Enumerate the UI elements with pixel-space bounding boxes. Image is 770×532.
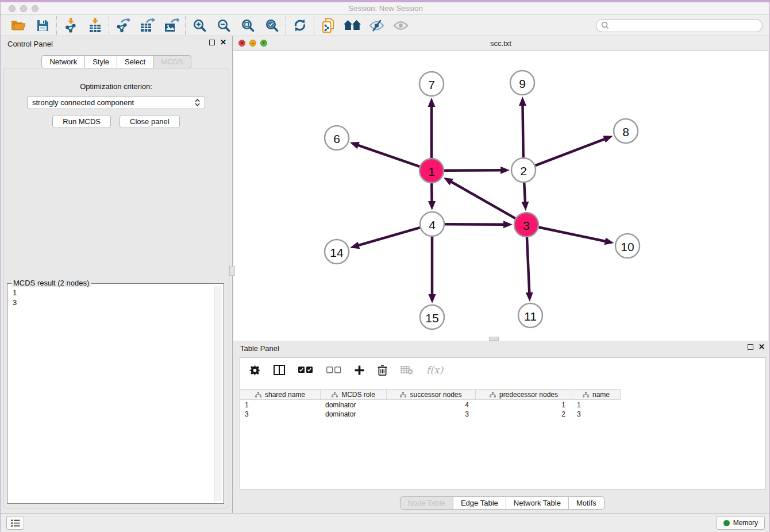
network-window-controls[interactable]: ✕–+ (238, 40, 267, 47)
control-panel-header: Control Panel (1, 36, 232, 51)
table-tab-node-table[interactable]: Node Table (399, 496, 453, 510)
column-header-predecessor-nodes[interactable]: predecessor nodes (476, 390, 572, 399)
edge-1-6[interactable] (357, 145, 419, 166)
table-tab-motifs[interactable]: Motifs (569, 496, 605, 510)
tab-mcds[interactable]: MCDS (153, 55, 191, 68)
close-panel-button[interactable]: Close panel (120, 115, 180, 128)
table-tab-network-table[interactable]: Network Table (506, 496, 569, 510)
edge-1-2[interactable] (444, 170, 502, 171)
hide-graphics-button[interactable] (364, 16, 388, 34)
search-field[interactable] (596, 19, 763, 32)
edge-2-3[interactable] (524, 183, 525, 203)
close-table-panel-icon[interactable]: ✕ (759, 344, 765, 350)
arrowhead-icon (428, 201, 436, 210)
maximize-view-icon[interactable]: + (260, 40, 267, 47)
titlebar: Session: New Session (1, 2, 770, 15)
table-cell: dominator (321, 400, 387, 410)
network-graph[interactable]: 1234678910111415 (233, 51, 768, 341)
table-cell: 2 (476, 410, 572, 419)
unchecked-boxes-icon (326, 367, 341, 373)
tab-network[interactable]: Network (41, 55, 85, 68)
edge-2-9[interactable] (523, 105, 523, 157)
result-scrollbar[interactable] (214, 286, 222, 501)
show-column-button[interactable] (274, 365, 285, 375)
table-row[interactable]: 1dominator411 (240, 400, 621, 410)
minimize-view-icon[interactable]: – (249, 40, 256, 47)
column-type-icon (583, 392, 589, 398)
export-network-button[interactable] (111, 16, 135, 34)
unselect-all-columns-button[interactable] (326, 367, 341, 373)
control-panel: Control Panel ✕ NetworkStyleSelectMCDS O… (1, 36, 233, 513)
edge-3-11[interactable] (527, 237, 529, 294)
close-view-icon[interactable]: ✕ (238, 40, 245, 47)
import-table-button[interactable] (83, 16, 107, 34)
tab-style[interactable]: Style (85, 55, 117, 68)
memory-button[interactable]: Memory (717, 516, 765, 530)
table-row[interactable]: 3dominator323 (240, 410, 621, 419)
optimization-select[interactable]: strongly connected component (27, 96, 205, 109)
export-table-button[interactable] (135, 16, 159, 34)
column-header-shared-name[interactable]: shared name (240, 390, 321, 399)
column-header-label: predecessor nodes (499, 391, 558, 399)
create-column-button[interactable] (355, 365, 364, 375)
edge-3-1[interactable] (451, 182, 515, 218)
import-network-button[interactable] (59, 16, 83, 34)
function-builder-button[interactable]: f(x) (426, 364, 443, 376)
float-panel-icon[interactable] (209, 40, 215, 45)
list-icon (11, 519, 20, 527)
edge-3-10[interactable] (539, 228, 606, 242)
toolbar-separator (56, 16, 57, 35)
horizontal-split-grip[interactable] (489, 337, 499, 341)
network-canvas[interactable]: 1234678910111415 (233, 51, 768, 341)
zoom-fit-icon (241, 18, 255, 33)
table-tab-edge-table[interactable]: Edge Table (453, 496, 506, 510)
zoom-out-icon (217, 18, 231, 33)
show-panels-button[interactable] (6, 516, 24, 530)
checked-boxes-icon (298, 367, 313, 373)
clone-network-button[interactable] (316, 16, 340, 34)
tab-select[interactable]: Select (117, 55, 153, 68)
arrowhead-icon (350, 142, 360, 149)
column-header-name[interactable]: name (572, 390, 621, 399)
node-label: 9 (519, 77, 526, 90)
refresh-button[interactable] (288, 16, 312, 34)
search-input[interactable] (612, 21, 757, 29)
edge-4-14[interactable] (358, 228, 420, 245)
table-settings-button[interactable] (249, 365, 260, 376)
zoom-out-button[interactable] (211, 16, 236, 34)
select-all-columns-button[interactable] (298, 367, 313, 373)
export-image-button[interactable] (159, 16, 183, 34)
vertical-split-grip[interactable] (229, 266, 235, 276)
home-button[interactable] (340, 16, 364, 34)
close-panel-icon[interactable]: ✕ (220, 40, 226, 45)
table-cell: 1 (476, 400, 572, 410)
node-label: 10 (621, 240, 634, 253)
arrowhead-icon (500, 167, 510, 174)
toolbar-separator (314, 16, 314, 35)
gear-icon (249, 365, 260, 376)
edge-4-3[interactable] (445, 224, 505, 225)
column-header-MCDS-role[interactable]: MCDS role (321, 390, 387, 399)
node-label: 15 (425, 311, 438, 325)
run-mcds-button[interactable]: Run MCDS (52, 115, 111, 128)
node-table: f(x) shared nameMCDS rolesuccessor nodes… (240, 357, 766, 489)
delete-column-button[interactable] (378, 365, 387, 376)
zoom-fit-button[interactable] (236, 16, 260, 34)
arrowhead-icon (603, 136, 613, 142)
float-table-panel-icon[interactable] (748, 344, 753, 350)
export-image-icon (164, 18, 179, 33)
main-toolbar (1, 15, 770, 36)
import-network-icon (63, 18, 78, 33)
column-header-successor-nodes[interactable]: successor nodes (387, 390, 476, 399)
edge-2-8[interactable] (536, 139, 606, 166)
node-label: 4 (429, 218, 436, 232)
zoom-selected-button[interactable] (260, 16, 284, 34)
show-graphics-button[interactable] (388, 16, 413, 34)
save-session-button[interactable] (30, 16, 55, 34)
mcds-result-list[interactable]: 13 (7, 284, 224, 311)
delete-table-button[interactable] (401, 366, 413, 375)
arrowhead-icon (428, 98, 436, 107)
open-session-button[interactable] (6, 16, 30, 34)
zoom-in-button[interactable] (187, 16, 211, 34)
node-label: 7 (428, 78, 435, 91)
